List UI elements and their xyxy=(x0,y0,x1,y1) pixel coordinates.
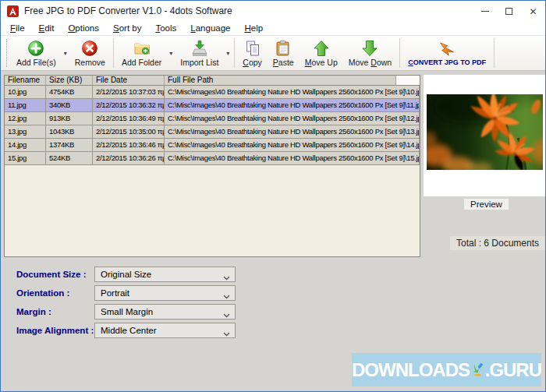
toolbar-button-paste[interactable]: Paste xyxy=(268,36,300,70)
menu-bar: FileEditOptionsSort byToolsLanguageHelp xyxy=(1,21,545,35)
toolbar-button-add-folder[interactable]: Add Folder xyxy=(116,36,167,70)
table-row[interactable]: 14.jpg1374KB2/12/2015 10:36:46 πμC:\Misc… xyxy=(5,139,420,152)
toolbar-separator xyxy=(234,38,235,68)
minimize-button[interactable] xyxy=(473,1,497,21)
watermark-text-right: .GURU xyxy=(485,359,541,381)
paste-icon xyxy=(275,40,292,57)
column-header-full-file-path[interactable]: Full File Path xyxy=(165,76,396,86)
menu-item-edit[interactable]: Edit xyxy=(32,21,62,35)
table-cell: 913KB xyxy=(46,112,93,125)
table-cell: 12.jpg xyxy=(5,112,46,125)
margin-dropdown[interactable]: Small Margin xyxy=(94,304,236,320)
preview-label: Preview xyxy=(464,199,509,210)
close-button[interactable] xyxy=(521,1,545,21)
toolbar-button-move-down[interactable]: Move Down xyxy=(343,36,397,70)
watermark-text-left: DOWNLOADS xyxy=(352,359,470,381)
dropdown-selected-value: Middle Center xyxy=(101,326,157,335)
column-header-filler xyxy=(396,76,420,86)
toolbar-button-convert-jpg-to-pdf[interactable]: CONVERT JPG TO PDF xyxy=(402,36,491,70)
table-cell: 14.jpg xyxy=(5,139,46,152)
chevron-down-icon xyxy=(223,329,230,334)
toolbar-button-import-list[interactable]: Import List xyxy=(175,36,224,70)
table-cell: 524KB xyxy=(46,152,93,165)
form-label-orientation: Orientation : xyxy=(16,288,94,298)
toolbar-button-label: Add Folder xyxy=(122,58,161,67)
menu-item-tools[interactable]: Tools xyxy=(148,21,183,35)
file-list[interactable]: FilenameSize (KB)File DateFull File Path… xyxy=(4,75,420,257)
convert-icon xyxy=(438,41,456,58)
settings-form: Document Size :Original SizeOrientation … xyxy=(16,267,236,341)
form-label-document-size: Document Size : xyxy=(16,270,94,279)
menu-item-file[interactable]: File xyxy=(3,21,32,35)
toolbar-button-label: Remove xyxy=(75,58,105,67)
table-cell: 2/12/2015 10:36:49 πμ xyxy=(93,112,165,125)
dropdown-selected-value: Original Size xyxy=(101,270,151,279)
pdf-app-icon xyxy=(7,5,19,17)
downloads-guru-banner: DOWNLOADS .GURU xyxy=(352,353,541,387)
table-row[interactable]: 10.jpg4754KB2/12/2015 10:37:03 πμC:\Misc… xyxy=(5,86,420,99)
total-documents-label: Total : 6 Documents xyxy=(450,236,545,250)
window-controls xyxy=(473,1,545,21)
toolbar-button-label: Import List xyxy=(180,58,218,67)
table-cell: 2/12/2015 10:36:46 πμ xyxy=(93,139,165,152)
table-cell: 340KB xyxy=(46,99,93,112)
menu-item-help[interactable]: Help xyxy=(238,21,271,35)
dropdown-selected-value: Small Margin xyxy=(101,307,153,316)
table-cell: C:\Misc\Images\40 Breathtaking Nature HD… xyxy=(165,152,420,165)
column-header-file-date[interactable]: File Date xyxy=(93,76,165,86)
orientation-dropdown[interactable]: Portrait xyxy=(94,285,236,301)
table-cell: C:\Misc\Images\40 Breathtaking Nature HD… xyxy=(165,125,420,139)
table-cell: 2/12/2015 10:35:00 πμ xyxy=(93,125,165,139)
table-row[interactable]: 15.jpg524KB2/12/2015 10:36:26 πμC:\Misc\… xyxy=(5,152,420,165)
table-cell: 2/12/2015 10:37:03 πμ xyxy=(93,86,165,99)
toolbar-button-label: Paste xyxy=(273,58,294,67)
toolbar: Add File(s)▾RemoveAdd Folder▾Import List… xyxy=(1,35,545,71)
menu-item-sort-by[interactable]: Sort by xyxy=(106,21,148,35)
table-cell: 4754KB xyxy=(46,86,93,99)
toolbar-button-move-up[interactable]: Move Up xyxy=(300,36,343,70)
toolbar-button-label: Move Up xyxy=(305,58,338,67)
table-cell: 15.jpg xyxy=(5,152,46,165)
toolbar-button-label: Move Down xyxy=(349,58,392,67)
table-row[interactable]: 13.jpg1043KB2/12/2015 10:35:00 πμC:\Misc… xyxy=(5,125,420,139)
table-cell: 2/12/2015 10:36:26 πμ xyxy=(93,152,165,165)
copy-icon xyxy=(244,40,261,57)
arrow-up-icon xyxy=(313,40,330,57)
toolbar-button-label: CONVERT JPG TO PDF xyxy=(408,58,486,66)
form-row-image-alignment: Image Alignment :Middle Center xyxy=(16,323,236,338)
maximize-icon xyxy=(505,8,512,15)
table-cell: C:\Misc\Images\40 Breathtaking Nature HD… xyxy=(165,86,420,99)
table-cell: 2/12/2015 10:36:32 πμ xyxy=(93,99,165,112)
dropdown-arrow-icon[interactable]: ▾ xyxy=(62,50,69,57)
table-cell: 11.jpg xyxy=(5,99,46,112)
title-bar: Free JPG to PDF Converter V1.0 - 4dots S… xyxy=(1,1,545,21)
table-cell: C:\Misc\Images\40 Breathtaking Nature HD… xyxy=(165,139,420,152)
table-row[interactable]: 12.jpg913KB2/12/2015 10:36:49 πμC:\Misc\… xyxy=(5,112,420,125)
chevron-down-icon xyxy=(223,291,230,296)
table-cell: C:\Misc\Images\40 Breathtaking Nature HD… xyxy=(165,112,420,125)
image-alignment-dropdown[interactable]: Middle Center xyxy=(94,323,236,338)
table-cell: 10.jpg xyxy=(5,86,46,99)
menu-item-language[interactable]: Language xyxy=(183,21,237,35)
arrow-down-icon xyxy=(361,40,378,57)
maximize-button[interactable] xyxy=(497,1,521,21)
column-header-size-kb[interactable]: Size (KB) xyxy=(46,76,93,86)
dropdown-arrow-icon[interactable]: ▾ xyxy=(167,50,175,57)
toolbar-button-remove[interactable]: Remove xyxy=(69,36,111,70)
form-label-margin: Margin : xyxy=(16,307,94,316)
table-cell: 13.jpg xyxy=(5,125,46,139)
document-size-dropdown[interactable]: Original Size xyxy=(94,267,236,282)
table-cell: C:\Misc\Images\40 Breathtaking Nature HD… xyxy=(165,99,420,112)
toolbar-separator xyxy=(113,38,114,68)
app-window: Free JPG to PDF Converter V1.0 - 4dots S… xyxy=(0,0,546,392)
toolbar-button-add-file-s[interactable]: Add File(s) xyxy=(11,36,62,70)
toolbar-button-label: Add File(s) xyxy=(16,58,56,67)
dropdown-arrow-icon[interactable]: ▾ xyxy=(224,50,232,57)
menu-item-options[interactable]: Options xyxy=(61,21,106,35)
close-icon xyxy=(529,4,537,18)
dropdown-selected-value: Portrait xyxy=(101,288,129,298)
toolbar-separator xyxy=(494,38,495,68)
table-row[interactable]: 11.jpg340KB2/12/2015 10:36:32 πμC:\Misc\… xyxy=(5,99,420,112)
column-header-filename[interactable]: Filename xyxy=(5,76,46,86)
toolbar-button-copy[interactable]: Copy xyxy=(237,36,268,70)
